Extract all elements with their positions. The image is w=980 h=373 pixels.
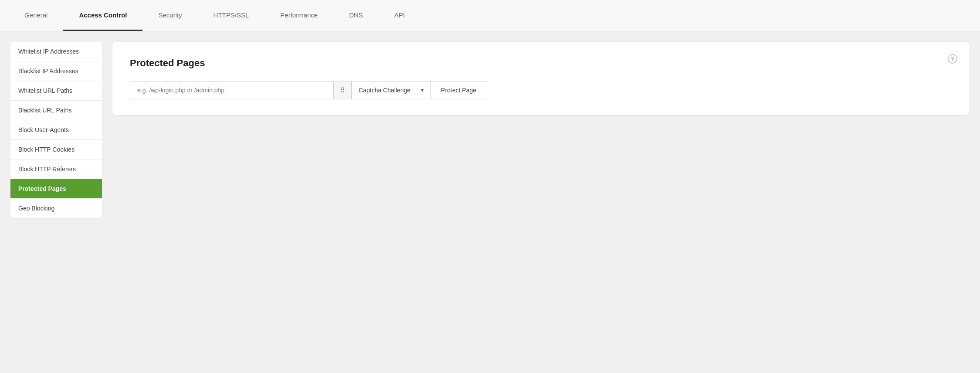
url-input[interactable] (130, 81, 333, 99)
sidebar-item-blacklist-ip[interactable]: Blacklist IP Addresses (10, 61, 102, 81)
protect-page-button[interactable]: Protect Page (430, 81, 487, 99)
url-input-row: ⠿ Captcha ChallengeJS ChallengePassword … (130, 81, 487, 99)
top-nav: GeneralAccess ControlSecurityHTTPS/SSLPe… (0, 0, 980, 31)
challenge-select-wrapper: Captcha ChallengeJS ChallengePassword ▼ (351, 81, 430, 99)
sidebar-menu: Whitelist IP AddressesBlacklist IP Addre… (10, 42, 102, 218)
nav-item-general[interactable]: General (9, 0, 63, 31)
nav-item-api[interactable]: API (379, 0, 420, 31)
content-card: ? Protected Pages ⠿ Captcha ChallengeJS … (112, 42, 970, 115)
sidebar-item-block-cookies[interactable]: Block HTTP Cookies (10, 140, 102, 159)
nav-item-dns[interactable]: DNS (333, 0, 379, 31)
sidebar: Whitelist IP AddressesBlacklist IP Addre… (10, 42, 102, 363)
nav-item-performance[interactable]: Performance (264, 0, 333, 31)
challenge-select[interactable]: Captcha ChallengeJS ChallengePassword (352, 81, 430, 99)
nav-item-security[interactable]: Security (142, 0, 197, 31)
sidebar-item-geo-blocking[interactable]: Geo Blocking (10, 199, 102, 218)
sidebar-item-whitelist-url[interactable]: Whitelist URL Paths (10, 81, 102, 101)
grid-icon: ⠿ (340, 86, 345, 95)
grid-icon-button[interactable]: ⠿ (333, 82, 351, 99)
nav-item-access-control[interactable]: Access Control (63, 0, 142, 31)
main-layout: Whitelist IP AddressesBlacklist IP Addre… (0, 31, 980, 373)
card-title: Protected Pages (130, 58, 952, 69)
nav-item-https-ssl[interactable]: HTTPS/SSL (198, 0, 265, 31)
sidebar-item-block-agents[interactable]: Block User-Agents (10, 120, 102, 140)
sidebar-item-block-referers[interactable]: Block HTTP Referers (10, 159, 102, 179)
sidebar-item-whitelist-ip[interactable]: Whitelist IP Addresses (10, 42, 102, 61)
sidebar-item-protected-pages[interactable]: Protected Pages (10, 179, 102, 199)
sidebar-item-blacklist-url[interactable]: Blacklist URL Paths (10, 101, 102, 120)
help-icon[interactable]: ? (948, 54, 957, 64)
content-area: ? Protected Pages ⠿ Captcha ChallengeJS … (112, 42, 970, 363)
